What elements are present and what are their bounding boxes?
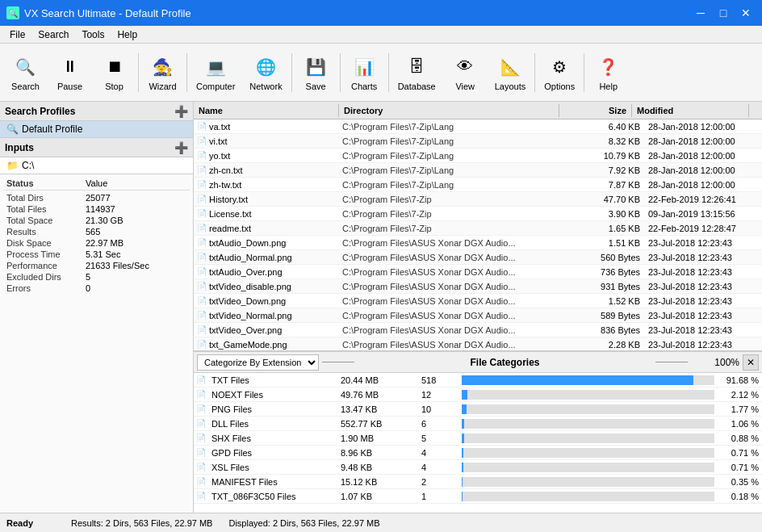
table-row[interactable]: 📄 zh-cn.txt C:\Program Files\7-Zip\Lang … — [194, 163, 762, 178]
charts-sep-left — [322, 362, 354, 362]
menu-file[interactable]: File — [3, 27, 31, 42]
toolbar-view-label: View — [455, 82, 475, 91]
close-button[interactable]: ✕ — [736, 5, 756, 21]
menu-search[interactable]: Search — [31, 27, 75, 42]
file-size-cell: 589 Bytes — [572, 311, 645, 320]
toolbar-search[interactable]: 🔍 Search — [3, 47, 48, 98]
file-mod-cell: 23-Jul-2018 12:23:43 — [645, 296, 762, 306]
table-row[interactable]: 📄 txt_GameMode.png C:\Program Files\ASUS… — [194, 337, 762, 350]
table-row[interactable]: 📄 txtAudio_Down.png C:\Program Files\ASU… — [194, 236, 762, 250]
list-item[interactable]: 📄 DLL Files 552.77 KB 6 1.06 % — [194, 417, 762, 431]
toolbar-save[interactable]: 💾 Save — [294, 47, 338, 98]
toolbar: 🔍 Search ⏸ Pause ⏹ Stop 🧙 Wizard 💻 Compu… — [0, 44, 762, 102]
list-item[interactable]: 📄 GPD Files 8.96 KB 4 0.71 % — [194, 446, 762, 460]
table-row[interactable]: 📄 txtVideo_Down.png C:\Program Files\ASU… — [194, 294, 762, 308]
list-item[interactable]: 📄 SHX Files 1.90 MB 5 0.88 % — [194, 431, 762, 446]
chart-file-icon: 📄 — [194, 434, 208, 442]
file-rows[interactable]: 📄 va.txt C:\Program Files\7-Zip\Lang 6.4… — [194, 119, 762, 350]
chart-bar-fill — [462, 375, 693, 385]
header-name[interactable]: Name — [194, 104, 339, 117]
separator-4 — [340, 53, 341, 92]
list-item[interactable]: 📄 TXT_086F3C50 Files 1.07 KB 1 0.18 % — [194, 489, 762, 504]
table-row[interactable]: 📄 readme.txt C:\Program Files\7-Zip 1.65… — [194, 221, 762, 236]
status-value: 114937 — [86, 204, 115, 214]
list-item[interactable]: 📄 PNG Files 13.47 KB 10 1.77 % — [194, 402, 762, 417]
file-name-cell: 📄 History.txt — [194, 195, 339, 204]
table-row[interactable]: 📄 va.txt C:\Program Files\7-Zip\Lang 6.4… — [194, 119, 762, 134]
status-row: Performance21633 Files/Sec — [3, 260, 190, 271]
table-row[interactable]: 📄 txtVideo_Normal.png C:\Program Files\A… — [194, 308, 762, 323]
file-size-cell: 47.70 KB — [572, 195, 645, 204]
file-name-cell: 📄 readme.txt — [194, 224, 339, 233]
status-section: Status Value Total Dirs25077Total Files1… — [0, 174, 193, 513]
table-row[interactable]: 📄 txtVideo_disable.png C:\Program Files\… — [194, 279, 762, 294]
chart-count: 2 — [418, 477, 458, 487]
table-row[interactable]: 📄 txtAudio_Over.png C:\Program Files\ASU… — [194, 265, 762, 279]
stop-icon: ⏹ — [102, 54, 128, 80]
file-mod-cell: 23-Jul-2018 12:23:43 — [645, 238, 762, 248]
menu-help[interactable]: Help — [111, 27, 144, 42]
chart-bar-cell — [458, 419, 718, 429]
chart-bar-fill — [462, 477, 463, 487]
chart-percentage: 2.12 % — [718, 390, 762, 400]
header-size[interactable]: Size — [559, 104, 632, 117]
table-row[interactable]: 📄 License.txt C:\Program Files\7-Zip 3.9… — [194, 207, 762, 221]
file-size-cell: 2.28 KB — [572, 340, 645, 350]
toolbar-view[interactable]: 👁 View — [443, 47, 488, 98]
file-mod-cell: 28-Jan-2018 12:00:00 — [645, 180, 762, 190]
table-row[interactable]: 📄 yo.txt C:\Program Files\7-Zip\Lang 10.… — [194, 149, 762, 163]
table-row[interactable]: 📄 zh-tw.txt C:\Program Files\7-Zip\Lang … — [194, 178, 762, 192]
header-modified[interactable]: Modified — [632, 104, 749, 117]
separator-6 — [534, 53, 535, 92]
table-row[interactable]: 📄 txtVideo_Over.png C:\Program Files\ASU… — [194, 323, 762, 337]
table-row[interactable]: 📄 vi.txt C:\Program Files\7-Zip\Lang 8.3… — [194, 134, 762, 149]
minimize-button[interactable]: ─ — [691, 5, 710, 21]
add-profile-button[interactable]: ➕ — [174, 105, 188, 118]
file-mod-cell: 23-Jul-2018 12:23:43 — [645, 267, 762, 277]
file-dir-cell: C:\Program Files\ASUS Xonar DGX Audio... — [339, 311, 572, 320]
list-item[interactable]: 📄 TXT Files 20.44 MB 518 91.68 % — [194, 373, 762, 387]
categorize-select[interactable]: Categorize By Extension — [197, 354, 319, 371]
file-name-cell: 📄 txt_GameMode.png — [194, 340, 339, 350]
table-row[interactable]: 📄 History.txt C:\Program Files\7-Zip 47.… — [194, 192, 762, 207]
file-size-cell: 10.79 KB — [572, 151, 645, 161]
toolbar-pause[interactable]: ⏸ Pause — [48, 47, 92, 98]
chart-count: 4 — [418, 463, 458, 472]
file-name-cell: 📄 zh-tw.txt — [194, 180, 339, 190]
profile-item-default[interactable]: 🔍 Default Profile — [0, 121, 193, 137]
file-icon: 📄 — [197, 136, 207, 145]
chart-name: DLL Files — [208, 419, 337, 429]
status-col-value: Value — [86, 178, 107, 188]
toolbar-network[interactable]: 🌐 Network — [242, 47, 289, 98]
charts-percentage: 100% — [691, 357, 739, 368]
toolbar-options[interactable]: ⚙ Options — [537, 47, 582, 98]
list-item[interactable]: 📄 XSL Files 9.48 KB 4 0.71 % — [194, 460, 762, 475]
chart-percentage: 0.88 % — [718, 434, 762, 443]
file-size-cell: 1.52 KB — [572, 296, 645, 306]
status-bar: Ready Results: 2 Dirs, 563 Files, 22.97 … — [0, 513, 762, 532]
toolbar-help[interactable]: ❓ Help — [586, 47, 630, 98]
toolbar-database[interactable]: 🗄 Database — [391, 47, 443, 98]
input-path-value: C:\ — [22, 160, 34, 171]
maximize-button[interactable]: □ — [714, 5, 733, 21]
chart-bar-bg — [462, 434, 714, 443]
file-mod-cell: 28-Jan-2018 12:00:00 — [645, 122, 762, 132]
toolbar-wizard[interactable]: 🧙 Wizard — [140, 47, 185, 98]
chart-name: GPD Files — [208, 448, 337, 458]
header-directory[interactable]: Directory — [339, 104, 559, 117]
file-list-header: Name Directory Size Modified — [194, 102, 762, 119]
menu-tools[interactable]: Tools — [75, 27, 111, 42]
toolbar-computer[interactable]: 💻 Computer — [189, 47, 242, 98]
toolbar-layouts[interactable]: 📐 Layouts — [488, 47, 534, 98]
toolbar-charts[interactable]: 📊 Charts — [342, 47, 387, 98]
add-input-button[interactable]: ➕ — [174, 141, 188, 154]
separator-7 — [584, 53, 584, 92]
table-row[interactable]: 📄 txtAudio_Normal.png C:\Program Files\A… — [194, 250, 762, 265]
toolbar-wizard-label: Wizard — [149, 82, 176, 91]
list-item[interactable]: 📄 NOEXT Files 49.76 MB 12 2.12 % — [194, 387, 762, 402]
charts-close-button[interactable]: ✕ — [743, 354, 759, 371]
file-icon: 📄 — [197, 151, 207, 160]
toolbar-stop[interactable]: ⏹ Stop — [92, 47, 136, 98]
list-item[interactable]: 📄 MANIFEST Files 15.12 KB 2 0.35 % — [194, 475, 762, 489]
toolbar-stop-label: Stop — [105, 82, 124, 91]
